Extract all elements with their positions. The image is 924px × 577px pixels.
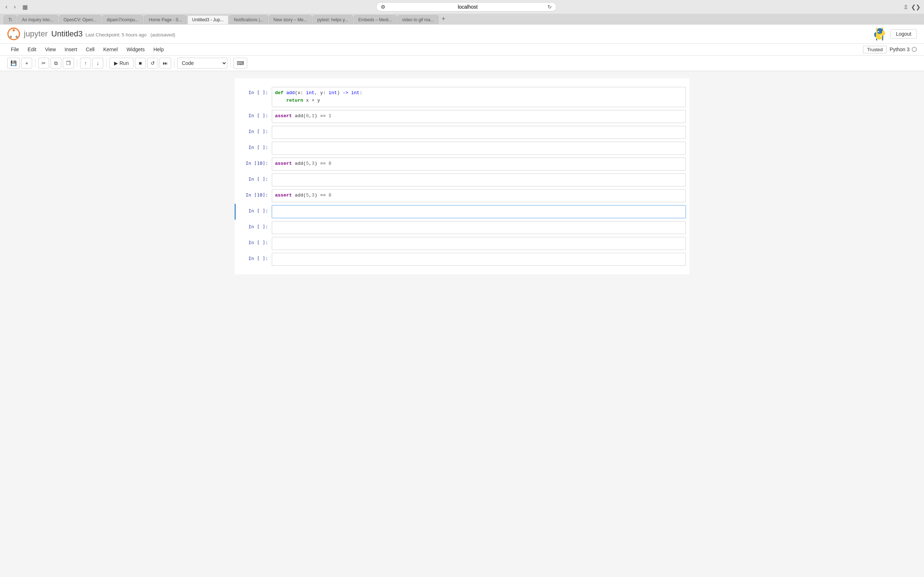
- browser-tab-7[interactable]: New story – Me...: [269, 15, 312, 24]
- menu-items: File Edit View Insert Cell Kernel Widget…: [7, 45, 168, 54]
- cell-2[interactable]: In [ ]: assert add(0,1) == 1: [234, 108, 690, 124]
- cell-9[interactable]: In [ ]:: [234, 220, 690, 235]
- browser-tab-8[interactable]: pytest: helps y...: [313, 15, 353, 24]
- run-button[interactable]: ▶ Run: [109, 58, 134, 69]
- jupyter-word: jupyter: [24, 29, 48, 39]
- cell-prompt-3: In [ ]:: [236, 126, 272, 135]
- browser-tab-2[interactable]: OpenCV: Open...: [59, 15, 102, 24]
- browser-tab-10[interactable]: video to gif ma...: [397, 15, 439, 24]
- paste-button[interactable]: ❐: [63, 58, 74, 69]
- cell-prompt-11: In [ ]:: [236, 253, 272, 263]
- cell-content-10[interactable]: [272, 237, 686, 250]
- restart-button[interactable]: ↺: [147, 58, 158, 69]
- browser-tab-3[interactable]: dipam7/compu...: [102, 15, 144, 24]
- save-button[interactable]: 💾: [7, 58, 20, 69]
- forward-button[interactable]: ›: [12, 3, 17, 11]
- jupyter-title-area: Untitled3 Last Checkpoint: 5 hours ago (…: [51, 29, 175, 39]
- toolbar: 💾 + ✂ ⧉ ❐ ↑ ↓ ▶ Run ■ ↺ ⏭ Code Markdown …: [0, 56, 924, 71]
- cell-content-7[interactable]: assert add(5,3) == 8: [272, 189, 686, 202]
- browser-tab-6[interactable]: Notifications |...: [229, 15, 268, 24]
- cell-content-8[interactable]: [272, 205, 686, 218]
- cell-6[interactable]: In [ ]:: [234, 172, 690, 188]
- stop-button[interactable]: ■: [135, 58, 146, 69]
- cut-button[interactable]: ✂: [38, 58, 49, 69]
- menu-view[interactable]: View: [42, 45, 60, 54]
- fullscreen-button[interactable]: ❮❯: [911, 3, 921, 10]
- restart-run-button[interactable]: ⏭: [160, 58, 171, 69]
- address-input[interactable]: [388, 4, 548, 10]
- browser-tab-0[interactable]: Ti: [3, 15, 16, 24]
- cell-prompt-6: In [ ]:: [236, 174, 272, 183]
- copy-button[interactable]: ⧉: [50, 58, 61, 69]
- jupyter-logo-area: jupyter Untitled3 Last Checkpoint: 5 hou…: [7, 27, 175, 40]
- menu-right: Trusted Python 3: [863, 46, 917, 53]
- keyboard-shortcuts-button[interactable]: ⌨: [234, 58, 247, 69]
- cell-prompt-1: In [ ]:: [236, 87, 272, 97]
- cell-type-select[interactable]: Code Markdown Raw NBConvert Heading: [177, 58, 228, 69]
- logout-button[interactable]: Logout: [890, 29, 917, 39]
- browser-tab-5[interactable]: Untitled3 - Jup...: [187, 15, 228, 24]
- trusted-badge[interactable]: Trusted: [863, 46, 887, 53]
- cell-prompt-5: In [10]:: [236, 158, 272, 167]
- cell-8[interactable]: In [ ]:: [234, 204, 690, 220]
- cell-5[interactable]: In [10]: assert add(5,3) == 8: [234, 156, 690, 172]
- cell-content-4[interactable]: [272, 142, 686, 155]
- browser-tab-4[interactable]: Home Page - S...: [144, 15, 187, 24]
- window-sidebar-button[interactable]: ▦: [21, 3, 30, 11]
- toolbar-separator-1: [35, 59, 36, 68]
- cell-content-9[interactable]: [272, 221, 686, 234]
- toolbar-separator-4: [174, 59, 174, 68]
- checkpoint-info: Last Checkpoint: 5 hours ago (autosaved): [86, 32, 175, 37]
- notebook-title[interactable]: Untitled3: [51, 29, 82, 39]
- kernel-indicator: Python 3: [890, 47, 917, 52]
- svg-point-2: [10, 36, 12, 38]
- svg-point-1: [13, 29, 15, 31]
- cell-prompt-8: In [ ]:: [236, 205, 272, 215]
- back-button[interactable]: ‹: [3, 3, 9, 11]
- cell-10[interactable]: In [ ]:: [234, 235, 690, 251]
- cell-7[interactable]: In [10]: assert add(5,3) == 8: [234, 188, 690, 204]
- jupyter-logo-icon: [7, 27, 20, 40]
- menu-file[interactable]: File: [7, 45, 23, 54]
- menu-cell[interactable]: Cell: [82, 45, 98, 54]
- add-cell-button[interactable]: +: [21, 58, 32, 69]
- move-down-button[interactable]: ↓: [92, 58, 103, 69]
- menu-edit[interactable]: Edit: [24, 45, 40, 54]
- menu-insert[interactable]: Insert: [61, 45, 81, 54]
- cell-prompt-10: In [ ]:: [236, 237, 272, 247]
- toolbar-separator-5: [230, 59, 231, 68]
- cell-prompt-2: In [ ]:: [236, 110, 272, 120]
- cell-content-1[interactable]: def add(x: int, y: int) -> int: return x…: [272, 87, 686, 107]
- reload-button[interactable]: ↻: [548, 4, 552, 10]
- cell-content-5[interactable]: assert add(5,3) == 8: [272, 158, 686, 171]
- browser-toolbar: ‹ › ▦ ⚙ ↻ ⇫ ❮❯: [0, 0, 924, 14]
- cell-1[interactable]: In [ ]: def add(x: int, y: int) -> int: …: [234, 85, 690, 108]
- kernel-status-circle: [912, 47, 917, 52]
- svg-point-3: [16, 36, 18, 38]
- browser-tabs: Ti An Inquiry Into... OpenCV: Open... di…: [0, 14, 924, 24]
- cell-content-6[interactable]: [272, 174, 686, 187]
- menu-widgets[interactable]: Widgets: [123, 45, 149, 54]
- jupyter-header-right: Logout: [873, 27, 917, 40]
- cell-content-2[interactable]: assert add(0,1) == 1: [272, 110, 686, 123]
- address-bar: ⚙ ↻: [376, 2, 557, 11]
- cell-content-3[interactable]: [272, 126, 686, 139]
- cell-11[interactable]: In [ ]:: [234, 251, 690, 267]
- cell-prompt-7: In [10]:: [236, 189, 272, 199]
- menu-kernel[interactable]: Kernel: [100, 45, 121, 54]
- new-tab-button[interactable]: +: [439, 14, 447, 24]
- cell-3[interactable]: In [ ]:: [234, 124, 690, 140]
- notebook-area: In [ ]: def add(x: int, y: int) -> int: …: [0, 71, 924, 576]
- menu-help[interactable]: Help: [150, 45, 168, 54]
- browser-chrome: ‹ › ▦ ⚙ ↻ ⇫ ❮❯ Ti An Inquiry Into... Ope…: [0, 0, 924, 24]
- cell-content-11[interactable]: [272, 253, 686, 266]
- cell-prompt-9: In [ ]:: [236, 221, 272, 231]
- notebook-container: In [ ]: def add(x: int, y: int) -> int: …: [234, 78, 690, 274]
- browser-tab-1[interactable]: An Inquiry Into...: [17, 15, 58, 24]
- browser-tab-9[interactable]: Embeds – Medi...: [354, 15, 397, 24]
- move-up-button[interactable]: ↑: [80, 58, 91, 69]
- favicon-icon: ⚙: [381, 4, 386, 10]
- python-logo-icon: [873, 27, 886, 40]
- cell-4[interactable]: In [ ]:: [234, 140, 690, 156]
- share-button[interactable]: ⇫: [903, 3, 908, 10]
